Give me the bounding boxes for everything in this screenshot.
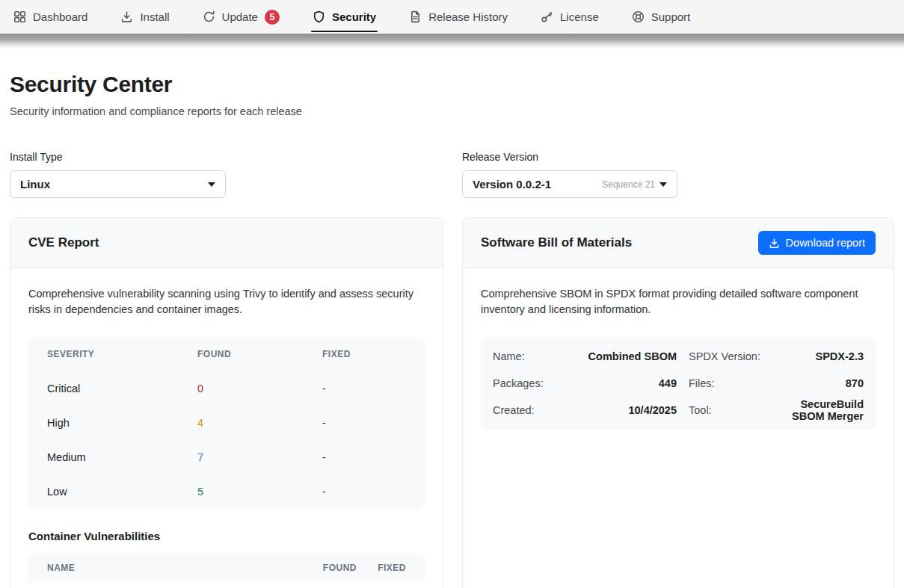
nav-item-support[interactable]: Support [630,0,692,34]
column-header-name: NAME [47,563,298,573]
cve-report-header: CVE Report [10,218,443,268]
table-row-high: High 4 - [28,406,425,440]
shield-icon [313,10,325,23]
nav-item-dashboard[interactable]: Dashboard [12,0,89,34]
page-title: Security Center [10,72,894,97]
table-row-medium: Medium 7 - [28,440,425,474]
update-count-badge: 5 [265,10,280,25]
nav-item-update[interactable]: Update 5 [201,0,281,34]
security-center-page: Security Center Security information and… [0,72,904,588]
nav-label: Support [651,10,691,23]
download-icon [120,10,133,23]
cve-report-body: Comprehensive vulnerability scanning usi… [10,268,443,588]
nav-label: Install [140,10,169,23]
cve-report-description: Comprehensive vulnerability scanning usi… [28,286,425,318]
info-label: Files: [677,377,766,389]
nav-label: Release History [428,10,508,23]
file-text-icon [409,10,422,23]
nav-item-install[interactable]: Install [119,0,170,34]
column-header-fixed: FIXED [357,563,406,573]
cve-report-card: CVE Report Comprehensive vulnerability s… [10,217,443,588]
chevron-down-icon [659,182,667,187]
download-report-button[interactable]: Download report [758,231,876,255]
column-header-severity: SEVERITY [47,349,197,359]
sbom-description: Comprehensive SBOM in SPDX format provid… [481,286,876,318]
severity-label: Critical [47,383,197,394]
sbom-card: Software Bill of Materials Download repo… [462,217,894,588]
table-row-critical: Critical 0 - [28,371,425,406]
column-header-found: FOUND [197,349,322,359]
info-label: Created: [493,404,574,416]
info-value: 449 [574,377,677,389]
info-label: Name: [493,350,574,362]
page-subtitle: Security information and compliance repo… [10,105,894,117]
release-version-select[interactable]: Version 0.0.2-1 Sequence 21 [462,170,677,198]
release-version-label: Release Version [462,151,677,163]
severity-table-header: SEVERITY FOUND FIXED [28,337,425,371]
table-row: Name: Combined SBOM SPDX Version: SPDX-2… [493,343,864,370]
column-header-found: FOUND [298,563,357,573]
fixed-count: - [322,451,406,463]
info-value: Combined SBOM [574,350,677,362]
cve-report-title: CVE Report [28,235,99,250]
found-count: 5 [197,486,322,498]
container-vulnerabilities-title: Container Vulnerabilities [28,530,425,542]
found-count: 7 [197,451,322,463]
release-version-filter: Release Version Version 0.0.2-1 Sequence… [462,151,677,198]
nav-label: Security [332,10,376,23]
severity-table: SEVERITY FOUND FIXED Critical 0 - High 4… [28,337,425,509]
install-type-select[interactable]: Linux [10,170,226,198]
key-icon [541,10,553,23]
refresh-icon [203,10,215,23]
grid-icon [13,10,26,23]
info-value: SPDX-2.3 [766,350,864,362]
release-version-value: Version 0.0.2-1 [473,178,551,191]
column-header-fixed: FIXED [322,349,406,359]
nav-label: License [560,10,599,23]
install-type-filter: Install Type Linux [10,151,226,198]
info-label: SPDX Version: [677,350,766,362]
nav-item-security[interactable]: Security [311,0,378,34]
nav-label: Dashboard [33,10,87,23]
info-value: SecureBuild SBOM Merger [766,398,864,422]
severity-label: Low [47,486,197,498]
found-count: 0 [197,383,322,394]
download-report-label: Download report [786,237,865,249]
nav-label: Update [222,10,258,23]
sbom-header: Software Bill of Materials Download repo… [463,218,894,268]
sbom-info-table: Name: Combined SBOM SPDX Version: SPDX-2… [481,337,876,430]
fixed-count: - [322,383,406,394]
install-type-label: Install Type [10,151,226,163]
cards-row: CVE Report Comprehensive vulnerability s… [10,217,894,588]
info-value: 870 [766,377,864,389]
info-value: 10/4/2025 [574,404,677,416]
found-count: 4 [197,417,322,429]
container-table-header: NAME FOUND FIXED [28,553,425,583]
life-ring-icon [632,10,645,23]
nav-item-release-history[interactable]: Release History [408,0,509,34]
fixed-count: - [322,417,406,429]
filters-row: Install Type Linux Release Version Versi… [10,151,894,198]
fixed-count: - [322,486,406,498]
table-row: Created: 10/4/2025 Tool: SecureBuild SBO… [493,397,864,424]
severity-label: High [47,417,197,429]
chevron-down-icon [208,182,215,187]
table-row-low: Low 5 - [28,474,425,509]
download-icon [769,238,780,249]
table-row: Packages: 449 Files: 870 [493,370,864,397]
nav-item-license[interactable]: License [539,0,600,34]
severity-label: Medium [47,451,197,463]
info-label: Tool: [677,404,766,416]
sequence-badge: Sequence 21 [602,179,655,190]
nav-scroll-shadow [0,34,904,49]
info-label: Packages: [493,377,574,389]
sbom-title: Software Bill of Materials [481,235,632,250]
install-type-value: Linux [20,178,50,191]
top-navigation: Dashboard Install Update 5 Security Rele… [0,0,904,34]
sbom-body: Comprehensive SBOM in SPDX format provid… [463,268,894,448]
